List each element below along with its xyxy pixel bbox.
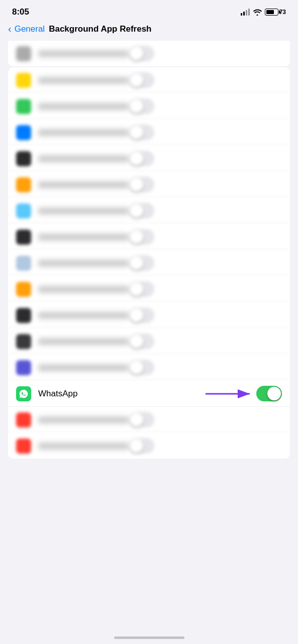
list-item — [8, 120, 290, 146]
toggle-thumb — [130, 178, 143, 191]
toggle-thumb — [130, 152, 143, 165]
toggle-thumb — [130, 47, 143, 60]
list-item — [8, 93, 290, 120]
whatsapp-toggle[interactable] — [256, 386, 282, 401]
app-name — [38, 103, 129, 110]
toggle-switch[interactable] — [129, 360, 154, 375]
app-icon — [16, 334, 31, 349]
toggle-switch[interactable] — [129, 125, 154, 140]
list-item — [8, 276, 290, 302]
list-item — [8, 41, 290, 66]
status-time: 8:05 — [12, 7, 29, 17]
app-icon — [16, 256, 31, 271]
app-icon — [16, 282, 31, 297]
list-item — [8, 198, 290, 224]
status-icons: 73 — [241, 9, 286, 16]
app-name — [38, 260, 129, 267]
app-icon — [16, 308, 31, 323]
toggle-thumb — [130, 99, 143, 113]
back-chevron-icon: ‹ — [8, 23, 12, 35]
whatsapp-row: WhatsApp — [8, 381, 290, 407]
toggle-switch[interactable] — [129, 412, 154, 427]
toggle-switch[interactable] — [129, 177, 154, 192]
app-name — [38, 129, 129, 136]
toggle-thumb — [130, 308, 143, 322]
status-bar: 8:05 73 — [0, 0, 298, 21]
toggle-thumb — [130, 361, 143, 374]
toggle-switch[interactable] — [129, 46, 154, 61]
back-label: General — [15, 24, 45, 34]
app-icon — [16, 99, 31, 114]
list-item — [8, 224, 290, 250]
back-button[interactable]: ‹ General — [8, 23, 45, 35]
app-name — [38, 416, 129, 423]
list-group-main: WhatsApp — [8, 67, 290, 459]
toggle-thumb — [130, 230, 143, 244]
app-name — [38, 207, 129, 214]
list-item — [8, 433, 290, 459]
toggle-thumb — [130, 204, 143, 218]
app-name — [38, 312, 129, 319]
home-indicator — [114, 636, 184, 639]
toggle-thumb — [130, 126, 143, 139]
list-item — [8, 329, 290, 355]
wifi-icon — [253, 9, 262, 16]
app-icon — [16, 73, 31, 88]
toggle-switch[interactable] — [129, 98, 154, 114]
list-item — [8, 172, 290, 198]
battery-icon: 73 — [265, 9, 286, 16]
app-name — [38, 338, 129, 345]
toggle-switch[interactable] — [129, 307, 154, 323]
toggle-switch[interactable] — [129, 438, 154, 454]
toggle-thumb — [267, 387, 281, 400]
app-icon — [16, 203, 31, 219]
list-item — [8, 146, 290, 172]
app-name — [38, 364, 129, 371]
toggle-thumb — [130, 439, 143, 453]
app-name — [38, 234, 129, 241]
toggle-switch[interactable] — [129, 203, 154, 219]
toggle-switch[interactable] — [129, 229, 154, 245]
app-icon — [16, 177, 31, 192]
app-icon — [16, 412, 31, 427]
app-icon — [16, 151, 31, 166]
battery-level: 73 — [279, 9, 286, 16]
app-icon — [16, 360, 31, 375]
toggle-switch[interactable] — [129, 72, 154, 88]
list-item — [8, 67, 290, 93]
list-group-top — [8, 41, 290, 66]
list-item — [8, 407, 290, 433]
toggle-switch[interactable] — [129, 151, 154, 166]
app-name — [38, 443, 129, 450]
toggle-switch[interactable] — [129, 281, 154, 297]
toggle-switch[interactable] — [129, 255, 154, 271]
toggle-thumb — [130, 73, 143, 87]
app-name — [38, 155, 129, 162]
app-icon — [16, 125, 31, 140]
toggle-thumb — [130, 256, 143, 270]
whatsapp-name: WhatsApp — [38, 389, 256, 399]
list-item — [8, 250, 290, 276]
app-icon — [16, 230, 31, 245]
app-icon — [16, 439, 31, 454]
app-name — [38, 286, 129, 293]
nav-bar: ‹ General Background App Refresh — [0, 21, 298, 41]
toggle-thumb — [130, 335, 143, 348]
toggle-thumb — [130, 413, 143, 426]
app-name — [38, 181, 129, 188]
app-icon — [16, 46, 31, 61]
whatsapp-svg-icon — [19, 389, 29, 399]
list-item — [8, 302, 290, 329]
toggle-switch[interactable] — [129, 334, 154, 349]
app-name — [38, 50, 129, 57]
signal-icon — [241, 9, 250, 16]
toggle-thumb — [130, 282, 143, 296]
list-item — [8, 355, 290, 381]
page-title: Background App Refresh — [49, 24, 151, 34]
app-list-content: WhatsApp — [0, 41, 298, 459]
app-name — [38, 77, 129, 84]
whatsapp-app-icon — [16, 386, 31, 401]
